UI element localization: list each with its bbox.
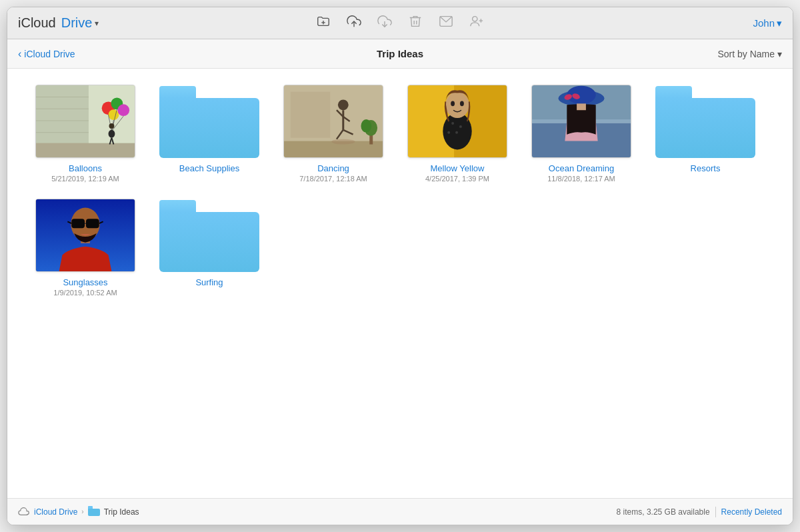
svg-rect-61 — [577, 103, 586, 110]
breadcrumb: iCloud Drive › Trip Ideas — [18, 507, 139, 517]
svg-point-49 — [447, 131, 450, 134]
svg-rect-32 — [291, 92, 330, 138]
file-name-surfing: Surfing — [195, 277, 223, 287]
svg-rect-15 — [36, 143, 135, 158]
folder-icon-beach-supplies — [159, 85, 259, 158]
title-chevron: ▾ — [95, 19, 99, 28]
svg-point-20 — [117, 104, 129, 116]
svg-point-5 — [473, 17, 477, 21]
sort-chevron-icon: ▾ — [777, 49, 782, 59]
file-item-ocean-dreaming[interactable]: Ocean Dreaming 11/8/2018, 12:17 AM — [525, 85, 638, 183]
svg-point-25 — [109, 130, 115, 138]
svg-point-26 — [109, 123, 115, 129]
statusbar: iCloud Drive › Trip Ideas 8 items, 3.25 … — [7, 498, 793, 525]
folder-icon-surfing — [159, 199, 259, 272]
svg-point-52 — [451, 101, 455, 106]
svg-rect-66 — [71, 219, 85, 228]
file-date-dancing: 7/18/2017, 12:18 AM — [299, 175, 367, 183]
file-name-mellow-yellow: Mellow Yellow — [431, 163, 485, 173]
file-date-ocean-dreaming: 11/8/2018, 12:17 AM — [547, 175, 615, 183]
titlebar: iCloud Drive ▾ — [7, 7, 793, 39]
window: iCloud Drive ▾ — [7, 7, 793, 525]
back-chevron-icon: ‹ — [18, 48, 21, 60]
page-title: Trip Ideas — [377, 48, 423, 59]
items-info: 8 items, 3.25 GB available — [617, 507, 710, 517]
file-item-beach-supplies[interactable]: Beach Supplies — [153, 85, 266, 183]
breadcrumb-separator: › — [81, 508, 83, 515]
add-person-icon[interactable] — [469, 14, 484, 32]
svg-rect-31 — [284, 141, 383, 158]
file-thumb-ocean-dreaming — [531, 85, 631, 158]
user-name: John — [753, 17, 775, 29]
file-thumb-sunglasses — [35, 199, 135, 272]
svg-point-46 — [451, 122, 454, 125]
svg-rect-67 — [86, 219, 99, 228]
trash-icon[interactable] — [408, 14, 423, 32]
drive-label: Drive — [61, 15, 93, 31]
file-name-sunglasses: Sunglasses — [63, 277, 107, 287]
file-thumb-balloons — [35, 85, 135, 158]
svg-point-33 — [338, 99, 349, 110]
file-date-sunglasses: 1/9/2019, 10:52 AM — [53, 289, 117, 297]
breadcrumb-root[interactable]: iCloud Drive — [34, 507, 77, 517]
folder-icon-resorts — [655, 85, 755, 158]
app-title[interactable]: iCloud Drive ▾ — [18, 15, 99, 31]
svg-point-19 — [109, 109, 119, 120]
statusbar-divider — [715, 507, 716, 517]
file-name-beach-supplies: Beach Supplies — [179, 163, 239, 173]
svg-point-39 — [331, 139, 355, 145]
upload-icon[interactable] — [347, 14, 361, 32]
navbar: ‹ iCloud Drive Trip Ideas Sort by Name ▾ — [7, 39, 793, 69]
user-menu[interactable]: John ▾ — [753, 17, 782, 29]
new-folder-icon[interactable] — [316, 14, 331, 32]
email-icon[interactable] — [439, 14, 453, 32]
file-name-ocean-dreaming: Ocean Dreaming — [549, 163, 614, 173]
file-date-balloons: 5/21/2019, 12:19 AM — [51, 175, 119, 183]
file-item-resorts[interactable]: Resorts — [649, 85, 762, 183]
file-item-balloons[interactable]: Balloons 5/21/2019, 12:19 AM — [29, 85, 142, 183]
file-name-balloons: Balloons — [69, 163, 102, 173]
file-name-resorts: Resorts — [691, 163, 721, 173]
recently-deleted-link[interactable]: Recently Deleted — [721, 507, 782, 517]
file-item-sunglasses[interactable]: Sunglasses 1/9/2019, 10:52 AM — [29, 199, 142, 297]
breadcrumb-folder: Trip Ideas — [104, 507, 139, 517]
svg-point-53 — [460, 101, 464, 106]
icloud-label: iCloud — [18, 15, 56, 31]
statusbar-right: 8 items, 3.25 GB available Recently Dele… — [617, 507, 782, 517]
toolbar-icons — [316, 14, 484, 32]
svg-point-48 — [455, 131, 458, 134]
cloud-icon — [18, 507, 30, 516]
file-thumb-mellow-yellow — [407, 85, 507, 158]
file-item-surfing[interactable]: Surfing — [153, 199, 266, 297]
file-date-mellow-yellow: 4/25/2017, 1:39 PM — [425, 175, 489, 183]
file-grid: Balloons 5/21/2019, 12:19 AM Beach Suppl… — [29, 85, 771, 297]
file-thumb-dancing — [283, 85, 383, 158]
svg-point-42 — [361, 119, 371, 133]
svg-point-47 — [459, 125, 462, 128]
breadcrumb-folder-icon — [88, 507, 100, 516]
download-icon[interactable] — [377, 14, 392, 32]
file-browser: Balloons 5/21/2019, 12:19 AM Beach Suppl… — [7, 69, 793, 498]
file-item-dancing[interactable]: Dancing 7/18/2017, 12:18 AM — [277, 85, 390, 183]
sort-label: Sort by Name — [717, 49, 775, 59]
back-label: iCloud Drive — [24, 49, 75, 59]
user-chevron: ▾ — [777, 17, 782, 29]
svg-point-51 — [445, 92, 469, 118]
sort-button[interactable]: Sort by Name ▾ — [717, 49, 782, 59]
file-item-mellow-yellow[interactable]: Mellow Yellow 4/25/2017, 1:39 PM — [401, 85, 514, 183]
back-button[interactable]: ‹ iCloud Drive — [18, 48, 75, 60]
file-name-dancing: Dancing — [317, 163, 349, 173]
